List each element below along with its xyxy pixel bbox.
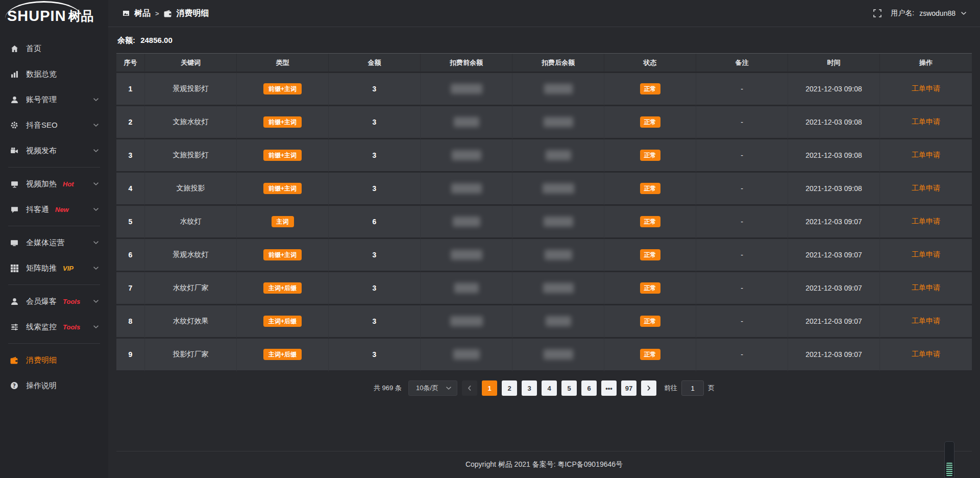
work-order-link[interactable]: 工单申请 xyxy=(912,151,940,159)
member-icon xyxy=(9,298,19,305)
app-window: SHUPIN 树品 首页数据总览账号管理抖音SEO视频发布视频加热Hot抖客通N… xyxy=(0,0,980,478)
action-cell: 工单申请 xyxy=(880,239,972,272)
chevron-down-icon[interactable] xyxy=(961,10,967,16)
status-cell: 正常 xyxy=(604,173,696,206)
username-value[interactable]: zswodun88 xyxy=(919,9,955,17)
page-button-5[interactable]: 5 xyxy=(561,380,577,396)
page-button-1[interactable]: 1 xyxy=(482,380,497,396)
keyword-cell: 投影灯厂家 xyxy=(145,339,237,372)
wallet-icon xyxy=(164,10,172,17)
keyword-cell: 景观投影灯 xyxy=(145,73,237,106)
menu-divider xyxy=(8,226,100,226)
floating-widget[interactable] xyxy=(944,441,954,478)
page-size-value: 10条/页 xyxy=(416,384,438,393)
sidebar-item-home[interactable]: 首页 xyxy=(0,36,108,61)
work-order-link[interactable]: 工单申请 xyxy=(912,184,940,192)
balance-value: 24856.00 xyxy=(140,36,173,44)
page-ellipsis-button[interactable]: ••• xyxy=(601,380,617,396)
amount-cell: 3 xyxy=(329,239,421,272)
keyword-cell: 水纹灯效果 xyxy=(145,305,237,339)
sidebar-item-matrix[interactable]: 矩阵助推VIP xyxy=(0,255,108,281)
goto-page: 前往 页 xyxy=(664,380,715,396)
sidebar-item-account[interactable]: 账号管理 xyxy=(0,87,108,112)
breadcrumb: 树品 > 消费明细 xyxy=(122,8,209,19)
type-cell: 主词+后缀 xyxy=(237,272,329,305)
next-page-button[interactable] xyxy=(641,380,656,396)
sidebar-item-label: 视频发布 xyxy=(26,146,57,156)
work-order-link[interactable]: 工单申请 xyxy=(912,84,940,92)
work-order-link[interactable]: 工单申请 xyxy=(912,283,940,292)
page-size-select[interactable]: 10条/页 xyxy=(408,380,457,396)
prev-page-button[interactable] xyxy=(462,380,477,396)
time-cell: 2021-12-03 09:07 xyxy=(788,206,880,239)
post-balance-cell xyxy=(512,239,604,272)
work-order-link[interactable]: 工单申请 xyxy=(912,317,940,325)
page-button-2[interactable]: 2 xyxy=(502,380,517,396)
sidebar-item-seo[interactable]: 抖音SEO xyxy=(0,112,108,138)
pre-balance-cell xyxy=(421,272,512,305)
sidebar-item-member[interactable]: 会员爆客Tools xyxy=(0,289,108,314)
type-badge: 主词+后缀 xyxy=(263,316,302,327)
work-order-link[interactable]: 工单申请 xyxy=(912,217,940,225)
remark-cell: - xyxy=(696,139,788,173)
pre-balance-cell xyxy=(421,339,512,372)
page-button-4[interactable]: 4 xyxy=(542,380,557,396)
time-cell: 2021-12-03 09:08 xyxy=(788,173,880,206)
action-cell: 工单申请 xyxy=(880,206,972,239)
sidebar-item-label: 矩阵助推 xyxy=(26,264,57,273)
sliders-icon xyxy=(9,323,19,331)
work-order-link[interactable]: 工单申请 xyxy=(912,117,940,126)
page-button-3[interactable]: 3 xyxy=(522,380,537,396)
type-cell: 主词+后缀 xyxy=(237,339,329,372)
pre-balance-cell xyxy=(421,173,512,206)
sidebar-item-badge: New xyxy=(55,206,69,213)
status-cell: 正常 xyxy=(604,339,696,372)
sidebar-item-label: 线索监控 xyxy=(26,322,57,332)
balance: 余额: 24856.00 xyxy=(117,36,971,45)
type-badge: 主词+后缀 xyxy=(263,349,302,360)
breadcrumb-root[interactable]: 树品 xyxy=(134,8,151,19)
post-balance-cell xyxy=(512,173,604,206)
grid-icon xyxy=(9,265,19,272)
gear-icon xyxy=(9,121,19,129)
sidebar-item-consume[interactable]: 消费明细 xyxy=(0,347,108,373)
pagination: 共 969 条 10条/页 123456•••97 前往 页 xyxy=(116,380,972,396)
time-cell: 2021-12-03 09:07 xyxy=(788,339,880,372)
sidebar-item-publish[interactable]: 视频发布 xyxy=(0,138,108,163)
keyword-cell: 文旅投影灯 xyxy=(145,139,237,173)
sidebar-item-help[interactable]: ?操作说明 xyxy=(0,373,108,398)
sidebar-item-label: 操作说明 xyxy=(26,381,57,391)
breadcrumb-current: 消费明细 xyxy=(177,8,209,19)
masked-pre-balance xyxy=(454,117,479,127)
pre-balance-cell xyxy=(421,305,512,339)
page-button-97[interactable]: 97 xyxy=(621,380,636,396)
work-order-link[interactable]: 工单申请 xyxy=(912,250,940,258)
sidebar-item-badge: Hot xyxy=(63,180,74,188)
masked-post-balance xyxy=(546,150,571,160)
sidebar-item-douketong[interactable]: 抖客通New xyxy=(0,197,108,222)
row-index-cell: 2 xyxy=(116,106,145,139)
sidebar-item-label: 抖客通 xyxy=(26,205,49,214)
amount-cell: 3 xyxy=(329,339,421,372)
sidebar-item-clue[interactable]: 线索监控Tools xyxy=(0,314,108,340)
sidebar-item-media[interactable]: 全媒体运营 xyxy=(0,230,108,255)
page-buttons: 123456•••97 xyxy=(482,380,636,396)
fullscreen-icon[interactable] xyxy=(873,9,881,17)
chevron-down-icon xyxy=(93,265,99,271)
remark-cell: - xyxy=(696,73,788,106)
work-order-link[interactable]: 工单申请 xyxy=(912,350,940,358)
goto-page-input[interactable] xyxy=(681,380,704,396)
type-badge: 前缀+主词 xyxy=(263,83,302,94)
sidebar-item-overview[interactable]: 数据总览 xyxy=(0,61,108,87)
page-button-6[interactable]: 6 xyxy=(581,380,597,396)
row-index-cell: 6 xyxy=(116,239,145,272)
sidebar-item-label: 全媒体运营 xyxy=(26,238,64,248)
column-header-1: 关键词 xyxy=(145,54,237,73)
amount-cell: 6 xyxy=(329,206,421,239)
status-badge: 正常 xyxy=(640,316,660,327)
pre-balance-cell xyxy=(421,73,512,106)
sidebar-item-heat[interactable]: 视频加热Hot xyxy=(0,171,108,197)
type-cell: 前缀+主词 xyxy=(237,239,329,272)
pre-balance-cell xyxy=(421,106,512,139)
pre-balance-cell xyxy=(421,206,512,239)
